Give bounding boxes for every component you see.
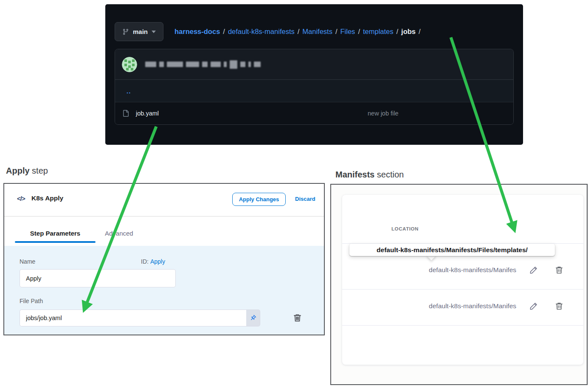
- breadcrumb-repo-link[interactable]: harness-docs: [174, 28, 220, 35]
- table-divider: [342, 289, 583, 290]
- name-label: Name: [20, 258, 35, 265]
- pin-icon: [248, 313, 258, 323]
- id-label: ID:: [141, 258, 149, 265]
- step-id: ID:Apply: [141, 258, 165, 265]
- manifests-section-heading: Manifests section: [335, 170, 404, 180]
- delete-manifest-button[interactable]: [554, 301, 564, 312]
- git-branch-icon: [122, 28, 129, 35]
- file-path-label: File Path: [20, 298, 43, 304]
- breadcrumb-link[interactable]: templates: [363, 28, 394, 35]
- breadcrumb-current: jobs: [401, 28, 416, 35]
- delete-manifest-button[interactable]: [554, 265, 564, 276]
- github-topbar: main harness-docs/default-k8s-manifests/…: [115, 20, 515, 43]
- github-file-browser: main harness-docs/default-k8s-manifests/…: [105, 4, 523, 145]
- edit-pencil-icon: [529, 265, 538, 275]
- edit-pencil-icon: [529, 301, 538, 311]
- chevron-down-icon: [152, 31, 156, 33]
- code-icon: </>: [17, 195, 25, 202]
- id-value-link[interactable]: Apply: [150, 258, 165, 265]
- latest-commit-row: [115, 49, 513, 80]
- location-column-header: LOCATION: [391, 226, 419, 231]
- manifest-location-text[interactable]: default-k8s-manifests/Manifes: [429, 302, 516, 310]
- delete-file-path-button[interactable]: [293, 313, 302, 324]
- branch-selector-button[interactable]: main: [115, 22, 163, 41]
- file-row[interactable]: job.yaml new job file: [115, 102, 513, 124]
- commit-message-redacted: [145, 60, 261, 69]
- apply-step-heading: Apply step: [6, 166, 48, 176]
- step-parameters-form: Name ID:Apply File Path: [4, 246, 324, 335]
- name-field[interactable]: [20, 269, 176, 287]
- manifests-table-card: LOCATION default-k8s-manifests/Manifes: [342, 195, 583, 365]
- breadcrumb-separator: /: [298, 28, 300, 35]
- manifests-section-panel: LOCATION default-k8s-manifests/Manifes: [330, 184, 588, 385]
- file-table: .. job.yaml new job file: [115, 49, 514, 125]
- breadcrumb-separator: /: [397, 28, 399, 35]
- avatar[interactable]: [122, 57, 137, 72]
- breadcrumb-separator: /: [223, 28, 225, 35]
- trash-icon: [554, 301, 564, 311]
- parent-directory-link[interactable]: ..: [127, 87, 131, 95]
- trash-icon: [554, 265, 564, 275]
- header-divider: [4, 216, 324, 217]
- breadcrumb-separator: /: [335, 28, 338, 35]
- breadcrumb-link[interactable]: default-k8s-manifests: [228, 28, 295, 35]
- edit-manifest-button[interactable]: [529, 265, 538, 276]
- breadcrumb-link[interactable]: Manifests: [302, 28, 332, 35]
- location-tooltip: default-k8s-manifests/Manifests/Files/te…: [349, 244, 555, 256]
- step-title: K8s Apply: [31, 194, 63, 202]
- breadcrumb-link[interactable]: Files: [340, 28, 355, 35]
- tab-step-parameters[interactable]: Step Parameters: [15, 230, 96, 237]
- active-tab-underline: [15, 241, 96, 243]
- tab-advanced[interactable]: Advanced: [105, 230, 133, 237]
- discard-button[interactable]: Discard: [295, 196, 315, 202]
- parent-directory-row[interactable]: ..: [115, 80, 513, 102]
- breadcrumb-separator: /: [358, 28, 360, 35]
- file-path-field-group: [20, 309, 260, 326]
- k8s-apply-step-panel: </> K8s Apply Apply Changes Discard Step…: [3, 183, 325, 335]
- breadcrumb-separator: /: [419, 28, 421, 35]
- breadcrumb: harness-docs/default-k8s-manifests/Manif…: [174, 28, 424, 36]
- file-path-field[interactable]: [20, 309, 246, 326]
- edit-manifest-button[interactable]: [529, 301, 538, 312]
- trash-icon: [293, 313, 302, 323]
- manifest-location-text[interactable]: default-k8s-manifests/Manifes: [429, 266, 516, 274]
- apply-changes-button[interactable]: Apply Changes: [232, 193, 286, 206]
- file-commit-message-link[interactable]: new job file: [368, 110, 399, 117]
- runtime-input-pin-button[interactable]: [246, 309, 260, 326]
- file-name-link[interactable]: job.yaml: [136, 110, 159, 117]
- table-divider: [342, 325, 583, 326]
- file-icon: [122, 110, 129, 117]
- screenshot-stage: main harness-docs/default-k8s-manifests/…: [0, 0, 588, 391]
- branch-name: main: [133, 28, 148, 35]
- identicon: [122, 57, 137, 72]
